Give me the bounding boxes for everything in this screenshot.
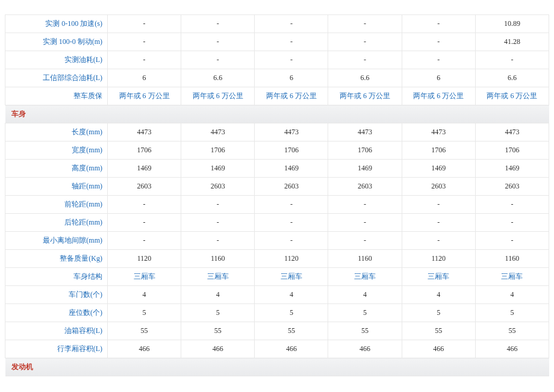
table-row: 后轮距(mm)------: [5, 214, 549, 232]
cell-value: 5: [328, 304, 402, 322]
cell-value: -: [181, 51, 255, 69]
cell-value: -: [402, 214, 475, 232]
cell-value: -: [181, 15, 255, 33]
table-row: 宽度(mm)170617061706170617061706: [5, 142, 549, 160]
cell-value[interactable]: 两年或 6 万公里: [402, 87, 475, 105]
cell-value: 466: [181, 340, 255, 358]
row-label[interactable]: 座位数(个): [5, 304, 108, 322]
row-label[interactable]: 油箱容积(L): [5, 322, 108, 340]
row-label[interactable]: 车门数(个): [5, 286, 108, 304]
cell-value: -: [402, 15, 475, 33]
cell-value: 6: [255, 69, 328, 87]
cell-value[interactable]: 三厢车: [475, 268, 549, 286]
cell-value: -: [108, 196, 181, 214]
table-row: 车身结构三厢车三厢车三厢车三厢车三厢车三厢车: [5, 268, 549, 286]
cell-value: -: [402, 51, 475, 69]
cell-value[interactable]: 两年或 6 万公里: [255, 87, 328, 105]
row-label[interactable]: 实测 0-100 加速(s): [5, 15, 108, 33]
cell-value: -: [402, 33, 475, 51]
table-row: 整车质保两年或 6 万公里两年或 6 万公里两年或 6 万公里两年或 6 万公里…: [5, 87, 549, 105]
cell-value: -: [475, 232, 549, 250]
cell-value: 5: [475, 304, 549, 322]
cell-value: 1706: [255, 142, 328, 160]
row-label[interactable]: 实测 100-0 制动(m): [5, 33, 108, 51]
cell-value: 5: [255, 304, 328, 322]
cell-value: 4: [181, 286, 255, 304]
row-label[interactable]: 实测油耗(L): [5, 51, 108, 69]
row-label[interactable]: 长度(mm): [5, 123, 108, 142]
table-row: 行李厢容积(L)466466466466466466: [5, 340, 549, 358]
cell-value: 1706: [475, 142, 549, 160]
table-row: 车门数(个)444444: [5, 286, 549, 304]
cell-value: 6.6: [328, 69, 402, 87]
cell-value: -: [328, 51, 402, 69]
cell-value[interactable]: 两年或 6 万公里: [475, 87, 549, 105]
cell-value: 55: [108, 322, 181, 340]
row-label[interactable]: 行李厢容积(L): [5, 340, 108, 358]
row-label[interactable]: 车身结构: [5, 268, 108, 286]
cell-value: 1469: [402, 160, 475, 178]
row-label[interactable]: 最小离地间隙(mm): [5, 232, 108, 250]
cell-value: -: [108, 214, 181, 232]
cell-value: 4: [328, 286, 402, 304]
cell-value: -: [475, 196, 549, 214]
cell-value: 55: [402, 322, 475, 340]
cell-value: 5: [402, 304, 475, 322]
cell-value: 1469: [108, 160, 181, 178]
row-label[interactable]: 整车质保: [5, 87, 108, 105]
cell-value: -: [475, 214, 549, 232]
cell-value[interactable]: 三厢车: [402, 268, 475, 286]
cell-value: 1706: [108, 142, 181, 160]
cell-value: 1120: [108, 250, 181, 268]
cell-value: 1469: [255, 160, 328, 178]
cell-value[interactable]: 三厢车: [181, 268, 255, 286]
cell-value: -: [108, 232, 181, 250]
cell-value: 1160: [181, 250, 255, 268]
cell-value: 1469: [475, 160, 549, 178]
row-label[interactable]: 后轮距(mm): [5, 214, 108, 232]
cell-value: 4473: [402, 123, 475, 142]
table-row: 高度(mm)146914691469146914691469: [5, 160, 549, 178]
cell-value: 4473: [255, 123, 328, 142]
cell-value: 1160: [328, 250, 402, 268]
row-label[interactable]: 高度(mm): [5, 160, 108, 178]
cell-value: 2603: [181, 178, 255, 196]
cell-value[interactable]: 三厢车: [108, 268, 181, 286]
cell-value[interactable]: 两年或 6 万公里: [328, 87, 402, 105]
cell-value: 41.28: [475, 33, 549, 51]
cell-value: 1469: [181, 160, 255, 178]
cell-value: 1706: [181, 142, 255, 160]
cell-value: 466: [108, 340, 181, 358]
table-row: 实测油耗(L)------: [5, 51, 549, 69]
row-label[interactable]: 整备质量(Kg): [5, 250, 108, 268]
row-label[interactable]: 宽度(mm): [5, 142, 108, 160]
row-label[interactable]: 轴距(mm): [5, 178, 108, 196]
cell-value: 1160: [475, 250, 549, 268]
table-row: 最小离地间隙(mm)------: [5, 232, 549, 250]
cell-value: -: [108, 33, 181, 51]
cell-value: 6.6: [181, 69, 255, 87]
cell-value: -: [328, 15, 402, 33]
cell-value: 5: [181, 304, 255, 322]
row-label[interactable]: 工信部综合油耗(L): [5, 69, 108, 87]
table-row: 前轮距(mm)------: [5, 196, 549, 214]
cell-value[interactable]: 两年或 6 万公里: [108, 87, 181, 105]
cell-value: -: [328, 214, 402, 232]
table-row: 座位数(个)555555: [5, 304, 549, 322]
cell-value: 4: [255, 286, 328, 304]
cell-value: 1706: [402, 142, 475, 160]
cell-value: -: [255, 232, 328, 250]
cell-value[interactable]: 三厢车: [255, 268, 328, 286]
cell-value[interactable]: 两年或 6 万公里: [181, 87, 255, 105]
cell-value[interactable]: 三厢车: [328, 268, 402, 286]
table-row: 长度(mm)447344734473447344734473: [5, 123, 549, 142]
cell-value: -: [255, 196, 328, 214]
cell-value: -: [255, 51, 328, 69]
cell-value: -: [328, 196, 402, 214]
row-label[interactable]: 前轮距(mm): [5, 196, 108, 214]
cell-value: -: [181, 196, 255, 214]
cell-value: 466: [475, 340, 549, 358]
cell-value: -: [475, 51, 549, 69]
cell-value: 4: [402, 286, 475, 304]
cell-value: -: [108, 51, 181, 69]
